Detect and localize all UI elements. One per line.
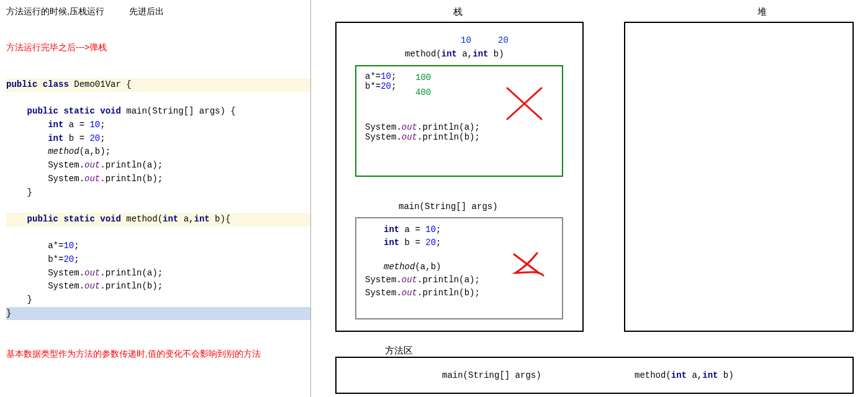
main-signature: main(String[] args) [399,202,498,212]
methodarea-box: main(String[] args) method(int a,int b) [335,357,854,394]
main-frame: int a = 10; int b = 20; method(a,b) Syst… [355,217,563,319]
left-pane: 方法运行的时候,压栈运行 先进后出 方法运行完毕之后--->弹栈 public … [6,6,310,391]
methodarea-label: 方法区 [385,345,413,357]
method-frame: a*=10; b*=20; 100 400 System.out.println… [355,65,563,177]
method-signature: method(int a,int b) [405,49,504,59]
method-arg2: 20 [498,35,509,45]
stack-label: 栈 [453,6,463,18]
method-arg1: 10 [461,35,471,45]
methodarea-main: main(String[] args) [442,370,541,380]
stack-box: 10 20 method(int a,int b) a*=10; b*=20; … [335,22,584,332]
heap-box [624,22,854,332]
note-primitive: 基本数据类型作为方法的参数传递时,值的变化不会影响到别的方法 [6,345,292,362]
pane-divider [310,0,311,397]
note-pop: 方法运行完毕之后--->弹栈 [6,42,310,53]
note-lifo: 先进后出 [129,6,164,17]
methodarea-method: method(int a,int b) [635,370,734,380]
val-100: 100 [415,73,431,83]
right-pane: 栈 堆 10 20 method(int a,int b) a*=10; b*=… [310,0,868,397]
heap-label: 堆 [757,6,767,18]
code-block: public class Demo01Var { public static v… [6,78,310,320]
val-400: 400 [415,87,431,97]
note-run-push: 方法运行的时候,压栈运行 [6,6,104,17]
